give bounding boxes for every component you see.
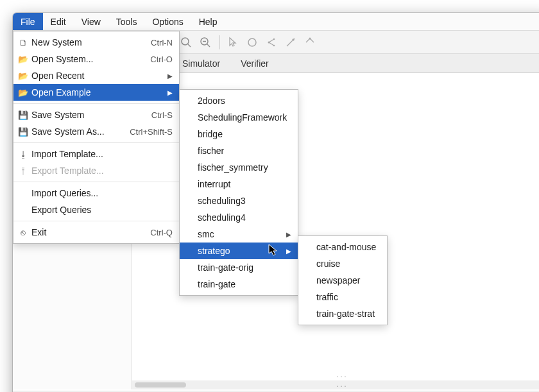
example-item-SchedulingFramework[interactable]: SchedulingFramework bbox=[180, 109, 298, 126]
tab-verifier[interactable]: Verifier bbox=[238, 56, 271, 72]
svg-point-13 bbox=[309, 37, 311, 39]
edge-tool-icon[interactable] bbox=[282, 33, 300, 51]
circle-tool-icon[interactable] bbox=[243, 33, 261, 51]
menu-divider bbox=[13, 182, 179, 182]
example-item-label: stratego bbox=[195, 246, 285, 256]
example-item-scheduling4[interactable]: scheduling4 bbox=[180, 209, 298, 226]
import-icon: ⭳ bbox=[17, 149, 29, 159]
nail-tool-icon[interactable] bbox=[301, 33, 319, 51]
example-item-label: interrupt bbox=[195, 179, 291, 189]
menu-import-queries[interactable]: Import Queries... bbox=[13, 185, 179, 201]
submenu-arrow-icon: ▶ bbox=[285, 231, 291, 238]
menubar-edit[interactable]: Edit bbox=[43, 13, 74, 30]
menu-save-system-as-accel: Ctrl+Shift-S bbox=[117, 127, 173, 137]
example-item-train-gate[interactable]: train-gate bbox=[180, 276, 298, 293]
menu-save-system-label: Save System bbox=[29, 110, 139, 120]
menu-import-queries-label: Import Queries... bbox=[29, 188, 173, 198]
menu-exit-accel: Ctrl-Q bbox=[137, 228, 173, 237]
folder-open-icon: 📂 bbox=[17, 55, 29, 64]
menu-open-example[interactable]: 📂 Open Example ▶ bbox=[13, 84, 179, 101]
example-item-label: train-gate-orig bbox=[195, 262, 291, 273]
zoom-in-icon[interactable] bbox=[177, 33, 195, 51]
menu-import-template[interactable]: ⭳ Import Template... bbox=[13, 146, 179, 162]
scrollbar-thumb[interactable] bbox=[135, 382, 186, 388]
example-item-label: fischer_symmetry bbox=[195, 162, 291, 173]
menu-exit-label: Exit bbox=[29, 227, 137, 237]
svg-point-5 bbox=[248, 38, 256, 46]
menu-open-recent[interactable]: 📂 Open Recent ▶ bbox=[13, 67, 179, 84]
stratego-submenu: cat-and-mousecruisenewspapertraffictrain… bbox=[298, 235, 388, 325]
example-item-fischer[interactable]: fischer bbox=[180, 142, 298, 159]
example-item-label: fischer bbox=[195, 146, 291, 156]
menubar-view[interactable]: View bbox=[74, 13, 108, 30]
toolbar-separator bbox=[219, 35, 220, 49]
menubar-tools[interactable]: Tools bbox=[108, 13, 145, 30]
splitter-handle[interactable]: ··· bbox=[336, 371, 348, 380]
menu-export-queries-label: Export Queries bbox=[29, 205, 173, 215]
menubar: File Edit View Tools Options Help bbox=[13, 13, 539, 31]
export-icon: ⭱ bbox=[17, 166, 29, 176]
save-icon: 💾 bbox=[17, 127, 29, 137]
stratego-item-cruise[interactable]: cruise bbox=[298, 255, 387, 272]
menubar-help[interactable]: Help bbox=[191, 13, 225, 30]
example-item-2doors[interactable]: 2doors bbox=[180, 92, 298, 109]
folder-open-icon: 📂 bbox=[17, 88, 29, 98]
stratego-item-cat-and-mouse[interactable]: cat-and-mouse bbox=[298, 239, 387, 255]
pointer-tool-icon[interactable] bbox=[224, 33, 242, 51]
menubar-file[interactable]: File bbox=[13, 13, 43, 30]
example-item-label: smc bbox=[195, 229, 285, 239]
app-window: File Edit View Tools Options Help bbox=[13, 13, 539, 392]
horizontal-scrollbar[interactable] bbox=[132, 380, 539, 389]
menu-open-system-label: Open System... bbox=[29, 54, 137, 64]
menu-new-system-accel: Ctrl-N bbox=[138, 38, 173, 47]
menu-divider bbox=[13, 103, 179, 104]
menu-divider bbox=[13, 221, 179, 221]
submenu-arrow-icon: ▶ bbox=[166, 89, 173, 96]
menu-divider bbox=[13, 142, 179, 143]
example-item-label: bridge bbox=[195, 129, 291, 139]
svg-line-7 bbox=[269, 39, 274, 42]
stratego-item-label: newspaper bbox=[314, 275, 381, 285]
menu-export-template-label: Export Template... bbox=[29, 166, 173, 176]
menu-new-system-label: New System bbox=[29, 37, 138, 47]
menu-save-system-as-label: Save System As... bbox=[29, 126, 117, 137]
stratego-item-label: cruise bbox=[314, 259, 381, 269]
svg-line-1 bbox=[188, 44, 191, 47]
stratego-item-traffic[interactable]: traffic bbox=[298, 289, 387, 305]
menu-export-queries[interactable]: Export Queries bbox=[13, 201, 179, 218]
example-item-label: scheduling3 bbox=[195, 196, 291, 206]
menu-import-template-label: Import Template... bbox=[29, 149, 173, 159]
stratego-item-label: train-gate-strat bbox=[314, 309, 381, 319]
splitter-dots-bottom: ··· bbox=[336, 380, 348, 391]
menu-open-system[interactable]: 📂 Open System... Ctrl-O bbox=[13, 51, 179, 67]
document-new-icon: 🗋 bbox=[17, 38, 29, 47]
file-menu: 🗋 New System Ctrl-N 📂 Open System... Ctr… bbox=[13, 31, 180, 244]
example-item-scheduling3[interactable]: scheduling3 bbox=[180, 192, 298, 209]
menu-exit[interactable]: ⎋ Exit Ctrl-Q bbox=[13, 224, 179, 241]
example-item-interrupt[interactable]: interrupt bbox=[180, 176, 298, 192]
example-item-label: 2doors bbox=[195, 96, 291, 106]
menu-export-template: ⭱ Export Template... bbox=[13, 162, 179, 179]
svg-line-8 bbox=[269, 42, 274, 46]
submenu-arrow-icon: ▶ bbox=[285, 248, 291, 255]
example-item-fischer_symmetry[interactable]: fischer_symmetry bbox=[180, 159, 298, 176]
zoom-out-icon[interactable] bbox=[196, 33, 214, 51]
menubar-options[interactable]: Options bbox=[144, 13, 191, 30]
branch-tool-icon[interactable] bbox=[262, 33, 280, 51]
menu-new-system[interactable]: 🗋 New System Ctrl-N bbox=[13, 34, 179, 51]
example-item-stratego[interactable]: stratego▶ bbox=[180, 243, 298, 259]
menu-open-system-accel: Ctrl-O bbox=[137, 55, 173, 64]
open-example-submenu: 2doorsSchedulingFrameworkbridgefischerfi… bbox=[179, 89, 298, 296]
folder-open-icon: 📂 bbox=[17, 71, 29, 81]
stratego-item-newspaper[interactable]: newspaper bbox=[298, 272, 387, 289]
menu-save-system-as[interactable]: 💾 Save System As... Ctrl+Shift-S bbox=[13, 123, 179, 140]
example-item-train-gate-orig[interactable]: train-gate-orig bbox=[180, 259, 298, 276]
example-item-smc[interactable]: smc▶ bbox=[180, 226, 298, 243]
save-icon: 💾 bbox=[17, 110, 29, 120]
svg-point-10 bbox=[273, 44, 275, 46]
stratego-item-train-gate-strat[interactable]: train-gate-strat bbox=[298, 305, 387, 322]
example-item-label: train-gate bbox=[195, 279, 291, 289]
menu-open-example-label: Open Example bbox=[29, 87, 166, 98]
menu-save-system[interactable]: 💾 Save System Ctrl-S bbox=[13, 107, 179, 123]
example-item-bridge[interactable]: bridge bbox=[180, 126, 298, 142]
